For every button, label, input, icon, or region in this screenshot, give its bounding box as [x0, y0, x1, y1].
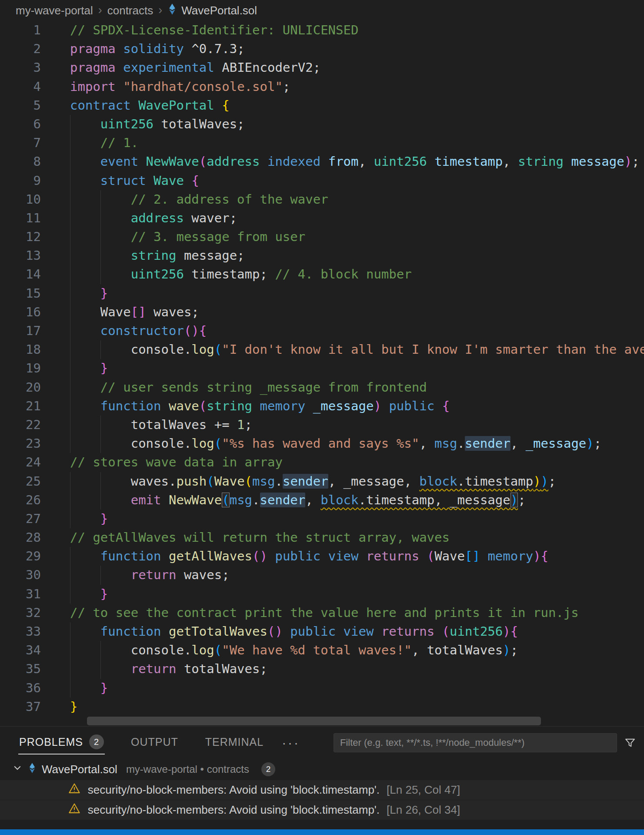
line-number: 16: [0, 303, 41, 322]
indent-guide: [70, 416, 70, 434]
breadcrumb-item-file[interactable]: WavePortal.sol: [167, 3, 257, 18]
breadcrumb-item-subfolder[interactable]: contracts: [107, 4, 153, 17]
line-number: 6: [0, 115, 41, 134]
code-line: 21function wave(string memory _message) …: [0, 397, 644, 416]
indent-guide: [100, 265, 101, 284]
indent-guide: [100, 566, 101, 584]
indent-guide: [100, 491, 101, 510]
line-number: 20: [0, 378, 41, 397]
indent-guide: [70, 566, 70, 584]
indent-guide: [70, 152, 70, 171]
code-line: 32// to see the contract print the value…: [0, 604, 644, 622]
line-number: 29: [0, 547, 41, 566]
status-bar: [0, 829, 644, 835]
line-number: 25: [0, 472, 41, 491]
line-number: 27: [0, 510, 41, 528]
filter-icon[interactable]: [624, 737, 636, 749]
indent-guide: [70, 472, 70, 491]
indent-guide: [70, 134, 70, 152]
code-line: 9struct Wave {: [0, 171, 644, 190]
indent-guide: [100, 416, 101, 434]
breadcrumb-separator: ›: [98, 3, 102, 17]
line-number: 37: [0, 698, 41, 716]
tab-output[interactable]: OUTPUT: [130, 732, 179, 754]
code-line: 1// SPDX-License-Identifier: UNLICENSED: [0, 21, 644, 40]
indent-guide: [70, 585, 70, 604]
problems-file-path: my-wave-portal • contracts: [126, 763, 249, 775]
code-area: 1// SPDX-License-Identifier: UNLICENSED2…: [0, 21, 644, 716]
tab-problems-label: PROBLEMS: [19, 736, 83, 748]
indent-guide: [70, 547, 70, 566]
indent-guide: [70, 209, 70, 228]
tab-output-label: OUTPUT: [131, 736, 178, 748]
code-line: 20// user sends string _message from fro…: [0, 378, 644, 397]
indent-guide: [70, 660, 70, 678]
problem-location: [Ln 26, Col 34]: [387, 803, 460, 817]
line-number: 1: [0, 21, 41, 40]
tab-terminal[interactable]: TERMINAL: [204, 732, 264, 754]
indent-guide: [100, 641, 101, 660]
code-line: 13string message;: [0, 246, 644, 265]
code-line: 6uint256 totalWaves;: [0, 115, 644, 134]
code-line: 10// 2. address of the waver: [0, 190, 644, 209]
problems-file-group[interactable]: WavePortal.sol my-wave-portal • contract…: [0, 759, 644, 780]
line-number: 32: [0, 604, 41, 622]
code-line: 12// 3. message from user: [0, 228, 644, 246]
indent-guide: [70, 190, 70, 209]
tab-problems[interactable]: PROBLEMS 2: [18, 731, 105, 755]
code-line: 37}: [0, 698, 644, 716]
indent-guide: [70, 246, 70, 265]
code-line: 7// 1.: [0, 134, 644, 152]
line-number: 18: [0, 340, 41, 359]
problem-row[interactable]: security/no-block-members: Avoid using '…: [0, 800, 644, 820]
solidity-file-icon: [28, 762, 37, 777]
line-number: 13: [0, 246, 41, 265]
problems-filter-input[interactable]: [334, 733, 617, 752]
indent-guide: [70, 679, 70, 698]
indent-guide: [70, 228, 70, 246]
panel-tab-bar: PROBLEMS 2 OUTPUT TERMINAL ···: [0, 727, 644, 759]
indent-guide: [70, 171, 70, 190]
code-line: 14uint256 timestamp; // 4. block number: [0, 265, 644, 284]
indent-guide: [70, 378, 70, 397]
line-number: 11: [0, 209, 41, 228]
problems-filter: [334, 733, 636, 752]
warning-icon: [43, 789, 81, 831]
indent-guide: [70, 265, 70, 284]
indent-guide: [100, 209, 101, 228]
code-editor[interactable]: 1// SPDX-License-Identifier: UNLICENSED2…: [0, 21, 644, 726]
indent-guide: [70, 322, 70, 340]
vscode-window: my-wave-portal › contracts › WavePortal.…: [0, 0, 644, 835]
horizontal-scrollbar[interactable]: [87, 717, 541, 725]
line-number: 24: [0, 453, 41, 472]
line-number: 21: [0, 397, 41, 416]
chevron-down-icon[interactable]: [12, 763, 23, 776]
line-number: 30: [0, 566, 41, 584]
line-number: 14: [0, 265, 41, 284]
code-line: 28// getAllWaves will return the struct …: [0, 528, 644, 547]
line-number: 12: [0, 228, 41, 246]
panel-more-actions[interactable]: ···: [282, 735, 300, 750]
code-line: 4import "hardhat/console.sol";: [0, 77, 644, 96]
line-number: 7: [0, 134, 41, 152]
bottom-panel: PROBLEMS 2 OUTPUT TERMINAL ···: [0, 726, 644, 829]
breadcrumb-separator: ›: [158, 3, 162, 17]
code-line: 24// stores wave data in array: [0, 453, 644, 472]
code-line: 31}: [0, 585, 644, 604]
code-line: 26emit NewWave(msg.sender, block.timesta…: [0, 491, 644, 510]
line-number: 35: [0, 660, 41, 678]
code-line: 30return waves;: [0, 566, 644, 584]
code-line: 17constructor(){: [0, 322, 644, 340]
code-line: 36}: [0, 679, 644, 698]
code-line: 18console.log("I don't know it all but I…: [0, 340, 644, 359]
line-number: 4: [0, 77, 41, 96]
problem-row[interactable]: security/no-block-members: Avoid using '…: [0, 780, 644, 800]
breadcrumb-item-folder[interactable]: my-wave-portal: [16, 4, 93, 17]
problem-count-badge: 2: [261, 762, 275, 776]
line-number: 36: [0, 679, 41, 698]
line-number: 28: [0, 528, 41, 547]
indent-guide: [100, 472, 101, 491]
indent-guide: [100, 434, 101, 453]
indent-guide: [70, 303, 70, 322]
indent-guide: [70, 359, 70, 378]
